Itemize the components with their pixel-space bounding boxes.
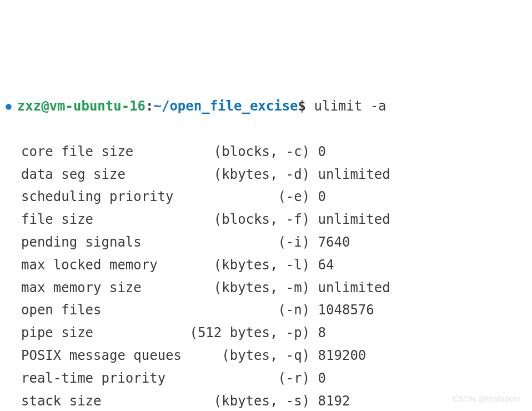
ulimit-output-row: pipe size (512 bytes, -p) 8	[6, 322, 526, 344]
watermark-text: CSDN @teslapeer	[452, 392, 521, 406]
ulimit-output-row: data seg size (kbytes, -d) unlimited	[6, 163, 526, 186]
prompt-path: ~/open_file_excise	[153, 95, 298, 118]
ulimit-output-row: open files (-n) 1048576	[6, 299, 526, 322]
ulimit-output-row: stack size (kbytes, -s) 8192	[6, 390, 526, 411]
ulimit-output-row: max memory size (kbytes, -m) unlimited	[6, 277, 526, 299]
ulimit-output-row: max locked memory (kbytes, -l) 64	[6, 254, 526, 277]
terminal-output: core file size (blocks, -c) 0data seg si…	[6, 141, 526, 411]
ulimit-output-row: scheduling priority (-e) 0	[6, 186, 526, 208]
ulimit-output-row: POSIX message queues (bytes, -q) 819200	[6, 344, 526, 367]
prompt-user-host: zxz@vm-ubuntu-16	[17, 95, 145, 118]
prompt-separator: :	[145, 95, 153, 118]
ulimit-output-row: file size (blocks, -f) unlimited	[6, 208, 526, 231]
ulimit-output-row: pending signals (-i) 7640	[6, 231, 526, 254]
prompt-symbol: $	[298, 95, 306, 118]
prompt-command: ulimit -a	[306, 95, 387, 118]
bullet-icon: ●	[6, 98, 12, 115]
ulimit-output-row: core file size (blocks, -c) 0	[6, 141, 526, 163]
terminal-prompt-line: ●zxz@vm-ubuntu-16:~/open_file_excise$ ul…	[6, 95, 526, 118]
ulimit-output-row: real-time priority (-r) 0	[6, 367, 526, 390]
